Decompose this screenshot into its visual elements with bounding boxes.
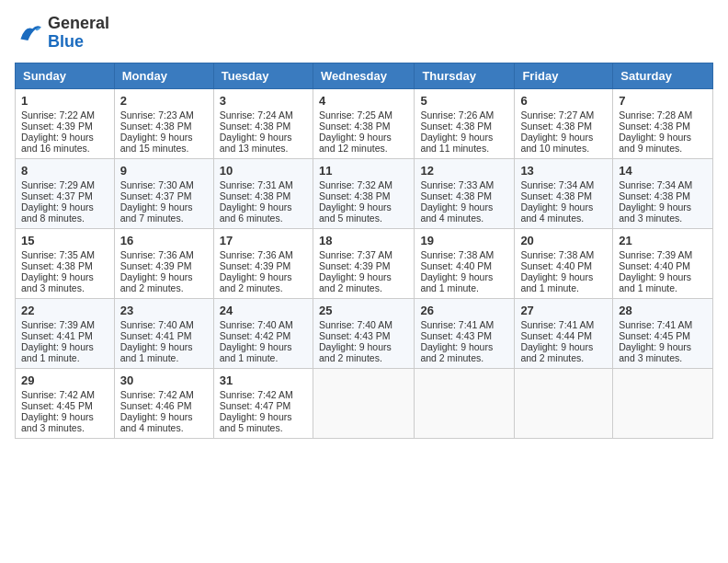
calendar-cell: 9 Sunrise: 7:30 AM Sunset: 4:37 PM Dayli… [114,158,213,228]
sunset-text: Sunset: 4:40 PM [619,260,690,271]
daylight-text: Daylight: 9 hours and 16 minutes. [21,132,94,154]
day-number: 17 [220,234,307,247]
sunset-text: Sunset: 4:46 PM [120,400,192,411]
calendar-cell: 25 Sunrise: 7:40 AM Sunset: 4:43 PM Dayl… [313,298,414,368]
day-number: 22 [21,304,108,317]
calendar-cell: 6 Sunrise: 7:27 AM Sunset: 4:38 PM Dayli… [515,88,613,158]
sunrise-text: Sunrise: 7:28 AM [619,109,692,121]
daylight-text: Daylight: 9 hours and 3 minutes. [21,411,94,433]
daylight-text: Daylight: 9 hours and 3 minutes. [619,341,691,363]
calendar-cell: 15 Sunrise: 7:35 AM Sunset: 4:38 PM Dayl… [16,228,115,298]
header-friday: Friday [515,63,613,88]
week-row-4: 22 Sunrise: 7:39 AM Sunset: 4:41 PM Dayl… [16,298,713,368]
calendar-cell: 18 Sunrise: 7:37 AM Sunset: 4:39 PM Dayl… [313,228,414,298]
daylight-text: Daylight: 9 hours and 3 minutes. [619,201,691,224]
day-number: 2 [120,94,208,108]
day-number: 21 [619,234,707,247]
sunrise-text: Sunrise: 7:36 AM [120,249,194,260]
daylight-text: Daylight: 9 hours and 2 minutes. [520,341,593,363]
calendar-cell: 17 Sunrise: 7:36 AM Sunset: 4:39 PM Dayl… [213,228,313,298]
daylight-text: Daylight: 9 hours and 2 minutes. [120,271,193,293]
day-number: 23 [120,304,208,317]
sunrise-text: Sunrise: 7:34 AM [619,179,692,190]
calendar-cell: 30 Sunrise: 7:42 AM Sunset: 4:46 PM Dayl… [114,368,213,438]
calendar-cell: 3 Sunrise: 7:24 AM Sunset: 4:38 PM Dayli… [213,88,313,158]
daylight-text: Daylight: 9 hours and 1 minute. [21,341,94,363]
sunrise-text: Sunrise: 7:24 AM [220,109,293,121]
calendar-cell: 8 Sunrise: 7:29 AM Sunset: 4:37 PM Dayli… [16,158,115,228]
sunrise-text: Sunrise: 7:40 AM [220,319,293,330]
sunrise-text: Sunrise: 7:38 AM [420,249,494,260]
day-number: 4 [319,94,408,108]
sunrise-text: Sunrise: 7:27 AM [520,109,594,121]
calendar-cell: 28 Sunrise: 7:41 AM Sunset: 4:45 PM Dayl… [613,298,713,368]
sunset-text: Sunset: 4:38 PM [220,190,291,201]
calendar-cell: 4 Sunrise: 7:25 AM Sunset: 4:38 PM Dayli… [313,88,414,158]
sunset-text: Sunset: 4:40 PM [420,260,492,271]
day-number: 29 [21,373,108,387]
calendar-cell: 21 Sunrise: 7:39 AM Sunset: 4:40 PM Dayl… [613,228,713,298]
day-number: 9 [120,164,208,178]
sunset-text: Sunset: 4:38 PM [520,121,592,132]
sunset-text: Sunset: 4:41 PM [21,330,93,341]
calendar-cell: 7 Sunrise: 7:28 AM Sunset: 4:38 PM Dayli… [613,88,713,158]
header-thursday: Thursday [415,63,515,88]
daylight-text: Daylight: 9 hours and 2 minutes. [319,341,392,363]
week-row-1: 1 Sunrise: 7:22 AM Sunset: 4:39 PM Dayli… [16,88,713,158]
sunset-text: Sunset: 4:41 PM [120,330,192,341]
daylight-text: Daylight: 9 hours and 12 minutes. [319,132,392,154]
day-number: 24 [220,304,307,317]
calendar-header-row: SundayMondayTuesdayWednesdayThursdayFrid… [16,63,713,88]
day-number: 25 [319,304,408,317]
sunrise-text: Sunrise: 7:31 AM [220,179,293,190]
day-number: 10 [220,164,307,178]
day-number: 15 [21,234,108,247]
daylight-text: Daylight: 9 hours and 4 minutes. [420,201,493,224]
day-number: 12 [420,164,508,178]
sunset-text: Sunset: 4:45 PM [21,400,93,411]
daylight-text: Daylight: 9 hours and 6 minutes. [220,201,292,224]
day-number: 7 [619,94,707,108]
sunset-text: Sunset: 4:39 PM [21,121,93,132]
daylight-text: Daylight: 9 hours and 10 minutes. [520,132,593,154]
day-number: 20 [520,234,607,247]
week-row-3: 15 Sunrise: 7:35 AM Sunset: 4:38 PM Dayl… [16,228,713,298]
day-number: 27 [520,304,607,317]
sunrise-text: Sunrise: 7:23 AM [120,109,194,121]
sunset-text: Sunset: 4:38 PM [420,121,492,132]
day-number: 28 [619,304,707,317]
daylight-text: Daylight: 9 hours and 9 minutes. [619,132,691,154]
header-wednesday: Wednesday [313,63,414,88]
daylight-text: Daylight: 9 hours and 1 minute. [619,271,691,293]
calendar-cell: 24 Sunrise: 7:40 AM Sunset: 4:42 PM Dayl… [213,298,313,368]
sunset-text: Sunset: 4:39 PM [120,260,192,271]
sunset-text: Sunset: 4:43 PM [319,330,391,341]
daylight-text: Daylight: 9 hours and 2 minutes. [220,271,292,293]
daylight-text: Daylight: 9 hours and 13 minutes. [220,132,292,154]
header-monday: Monday [114,63,213,88]
daylight-text: Daylight: 9 hours and 4 minutes. [520,201,593,224]
sunset-text: Sunset: 4:45 PM [619,330,690,341]
calendar-cell: 10 Sunrise: 7:31 AM Sunset: 4:38 PM Dayl… [213,158,313,228]
calendar-cell: 13 Sunrise: 7:34 AM Sunset: 4:38 PM Dayl… [515,158,613,228]
sunset-text: Sunset: 4:37 PM [21,190,93,201]
sunrise-text: Sunrise: 7:36 AM [220,249,293,260]
sunset-text: Sunset: 4:38 PM [319,121,391,132]
calendar-cell: 2 Sunrise: 7:23 AM Sunset: 4:38 PM Dayli… [114,88,213,158]
daylight-text: Daylight: 9 hours and 11 minutes. [420,132,493,154]
day-number: 19 [420,234,508,247]
calendar-table: SundayMondayTuesdayWednesdayThursdayFrid… [15,63,713,439]
calendar-cell: 31 Sunrise: 7:42 AM Sunset: 4:47 PM Dayl… [213,368,313,438]
week-row-5: 29 Sunrise: 7:42 AM Sunset: 4:45 PM Dayl… [16,368,713,438]
daylight-text: Daylight: 9 hours and 2 minutes. [420,341,493,363]
calendar-cell: 20 Sunrise: 7:38 AM Sunset: 4:40 PM Dayl… [515,228,613,298]
sunrise-text: Sunrise: 7:33 AM [420,179,494,190]
sunrise-text: Sunrise: 7:38 AM [520,249,594,260]
sunrise-text: Sunrise: 7:35 AM [21,249,95,260]
calendar-cell: 23 Sunrise: 7:40 AM Sunset: 4:41 PM Dayl… [114,298,213,368]
week-row-2: 8 Sunrise: 7:29 AM Sunset: 4:37 PM Dayli… [16,158,713,228]
sunset-text: Sunset: 4:38 PM [319,190,391,201]
sunrise-text: Sunrise: 7:42 AM [21,389,95,400]
daylight-text: Daylight: 9 hours and 3 minutes. [21,271,94,293]
calendar-cell [313,368,414,438]
